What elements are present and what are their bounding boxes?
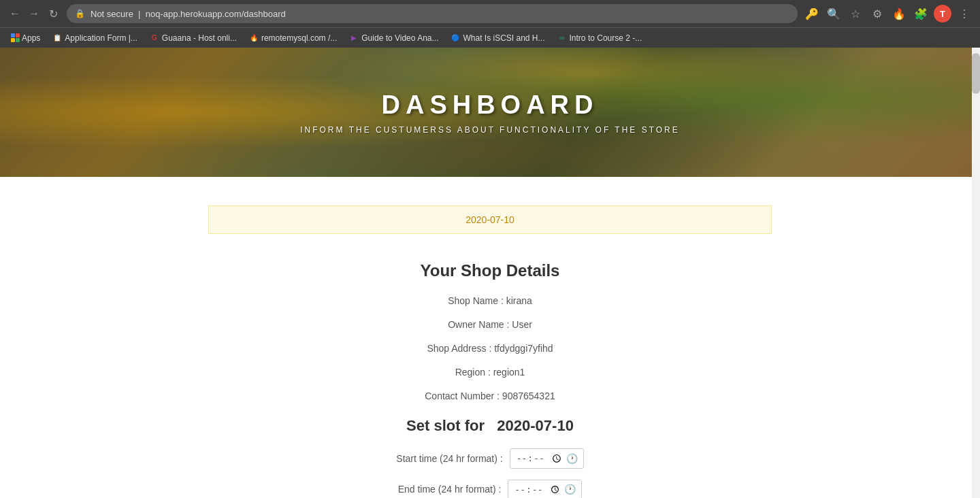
bookmark-what-iscsci[interactable]: 🔵 What Is iSCSI and H... — [445, 32, 550, 44]
key-icon[interactable]: 🔑 — [803, 5, 821, 22]
bookmark-label-iscsci: What Is iSCSI and H... — [463, 33, 544, 43]
end-time-input[interactable] — [514, 483, 561, 497]
lock-icon: 🔒 — [75, 9, 85, 18]
url-text: Not secure | noq-app.herokuapp.com/dashb… — [91, 9, 286, 19]
bookmark-application-form[interactable]: 📋 Application Form |... — [47, 32, 143, 44]
slot-heading-date: 2020-07-10 — [497, 417, 574, 434]
more-menu-icon[interactable]: ⋮ — [956, 5, 973, 22]
hero-title: DASHBOARD — [382, 90, 599, 120]
search-icon[interactable]: 🔍 — [825, 5, 843, 22]
start-time-input-wrapper[interactable]: 🕐 — [510, 448, 584, 469]
bookmark-intro-course[interactable]: ∞ Intro to Course 2 -... — [552, 32, 648, 44]
scrollbar-thumb[interactable] — [972, 53, 980, 94]
bookmark-label-guide-video: Guide to Video Ana... — [361, 33, 438, 43]
bookmark-favicon-appform: 📋 — [52, 33, 62, 43]
profile-icon[interactable]: T — [934, 5, 951, 22]
slot-heading-prefix: Set slot for — [406, 417, 485, 434]
start-time-input[interactable] — [516, 452, 564, 465]
nav-buttons: ← → ↻ — [7, 5, 61, 22]
back-button[interactable]: ← — [7, 5, 23, 22]
bookmark-guaana[interactable]: G Guaana - Host onli... — [144, 32, 242, 44]
start-time-row: Start time (24 hr format) : 🕐 — [231, 448, 749, 469]
region-row: Region : region1 — [231, 365, 749, 380]
end-time-row: End time (24 hr format) : 🕐 — [231, 480, 749, 498]
puzzle-icon[interactable]: 🧩 — [912, 5, 930, 22]
slot-section: Set slot for 2020-07-10 Start time (24 h… — [231, 417, 749, 498]
bookmark-favicon-remotemysql: 🔥 — [249, 33, 259, 43]
page-content: DASHBOARD INFORM THE CUSTUMERSS ABOUT FU… — [0, 48, 980, 498]
owner-name-row: Owner Name : User — [231, 318, 749, 332]
bookmark-label-remotemysql: remotemysql.com /... — [261, 33, 337, 43]
bookmark-apps-label: Apps — [22, 33, 40, 43]
hero-subtitle: INFORM THE CUSTUMERSS ABOUT FUNCTIONALIT… — [300, 125, 680, 135]
hero-banner: DASHBOARD INFORM THE CUSTUMERSS ABOUT FU… — [0, 48, 980, 177]
apps-dot-2 — [16, 33, 20, 37]
bookmark-favicon-guide-video: ▶ — [349, 33, 359, 43]
bookmark-label-appform: Application Form |... — [65, 33, 137, 43]
shop-address-value: tfdydggi7yfihd — [494, 343, 553, 354]
date-text: 2020-07-10 — [466, 214, 514, 225]
start-time-label: Start time (24 hr format) : — [396, 453, 502, 464]
bookmark-label-guaana: Guaana - Host onli... — [162, 33, 237, 43]
browser-chrome: ← → ↻ 🔒 Not secure | noq-app.herokuapp.c… — [0, 0, 980, 48]
address-bar[interactable]: 🔒 Not secure | noq-app.herokuapp.com/das… — [67, 4, 798, 23]
end-time-clock-icon[interactable]: 🕐 — [564, 484, 576, 495]
url-full: noq-app.herokuapp.com/dashboard — [146, 9, 286, 19]
slot-heading: Set slot for 2020-07-10 — [231, 417, 749, 435]
fire-icon[interactable]: 🔥 — [890, 5, 908, 22]
end-time-label: End time (24 hr format) : — [398, 484, 502, 495]
contact-number-value: 9087654321 — [502, 391, 555, 401]
apps-dot-3 — [11, 38, 15, 42]
start-time-clock-icon[interactable]: 🕐 — [566, 453, 578, 464]
apps-dot-1 — [11, 33, 15, 37]
toolbar-right: 🔑 🔍 ☆ ⚙ 🔥 🧩 T ⋮ — [803, 5, 973, 22]
browser-toolbar: ← → ↻ 🔒 Not secure | noq-app.herokuapp.c… — [0, 0, 980, 27]
bookmark-apps[interactable]: Apps — [5, 32, 46, 44]
date-banner: 2020-07-10 — [208, 205, 772, 234]
shop-details-section: Your Shop Details Shop Name : kirana Own… — [231, 261, 749, 403]
apps-grid-icon — [11, 33, 20, 42]
bookmarks-bar: Apps 📋 Application Form |... G Guaana - … — [0, 27, 980, 48]
region-value: region1 — [493, 367, 525, 378]
bookmark-favicon-intro-course: ∞ — [557, 33, 567, 43]
bookmark-label-intro-course: Intro to Course 2 -... — [570, 33, 642, 43]
owner-name-value: User — [512, 319, 532, 330]
bookmark-favicon-iscsci: 🔵 — [451, 33, 460, 43]
contact-number-row: Contact Number : 9087654321 — [231, 389, 749, 403]
star-icon[interactable]: ☆ — [847, 5, 864, 22]
apps-dot-4 — [16, 38, 20, 42]
settings-icon[interactable]: ⚙ — [868, 5, 886, 22]
reload-button[interactable]: ↻ — [45, 5, 61, 22]
bookmark-favicon-guaana: G — [150, 33, 159, 43]
shop-details-heading: Your Shop Details — [231, 261, 749, 280]
bookmark-remotemysql[interactable]: 🔥 remotemysql.com /... — [244, 32, 342, 44]
forward-button[interactable]: → — [26, 5, 42, 22]
not-secure-label: Not secure — [91, 9, 133, 19]
scrollbar[interactable] — [972, 48, 980, 498]
end-time-input-wrapper[interactable]: 🕐 — [508, 480, 582, 498]
shop-address-row: Shop Address : tfdydggi7yfihd — [231, 342, 749, 356]
shop-name-value: kirana — [506, 295, 532, 306]
bookmark-guide-video[interactable]: ▶ Guide to Video Ana... — [344, 32, 444, 44]
shop-name-row: Shop Name : kirana — [231, 294, 749, 308]
